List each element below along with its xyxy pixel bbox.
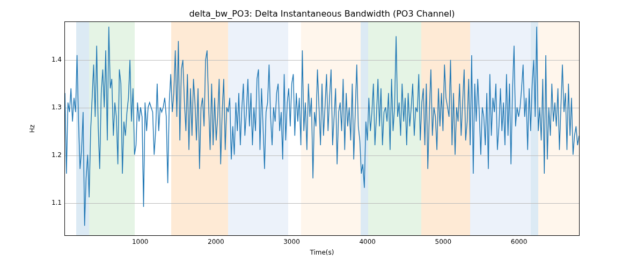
chart-title: delta_bw_PO3: Delta Instantaneous Bandwi…: [0, 9, 644, 19]
signal-line: [65, 27, 579, 226]
y-tick-label: 1.2: [43, 155, 62, 162]
x-tick-label: 1000: [124, 238, 156, 245]
x-tick-label: 2000: [200, 238, 232, 245]
line-plot: [65, 22, 579, 235]
y-axis-label: Hz: [28, 124, 36, 132]
plot-area: [64, 21, 580, 236]
x-tick-label: 5000: [427, 238, 459, 245]
y-tick-label: 1.4: [43, 59, 62, 67]
figure: delta_bw_PO3: Delta Instantaneous Bandwi…: [0, 0, 644, 268]
x-tick-label: 4000: [352, 238, 384, 245]
y-tick-label: 1.1: [43, 203, 62, 210]
x-tick-label: 6000: [503, 238, 535, 245]
x-tick-label: 3000: [276, 238, 308, 245]
y-tick-label: 1.3: [43, 107, 62, 115]
x-axis-label: Time(s): [0, 249, 644, 256]
